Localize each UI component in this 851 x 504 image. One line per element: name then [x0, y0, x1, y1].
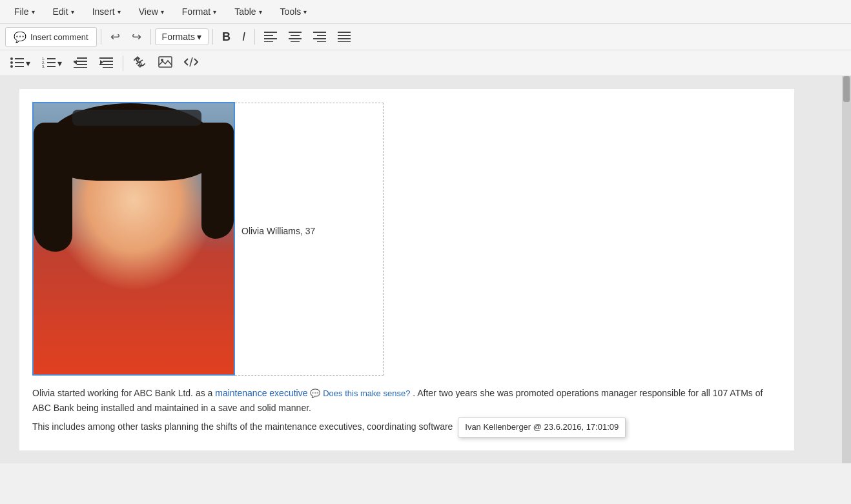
justify-button[interactable]: [333, 27, 356, 47]
svg-rect-14: [338, 38, 351, 39]
redo-button[interactable]: ↪: [127, 26, 147, 47]
svg-rect-0: [264, 32, 277, 33]
svg-rect-30: [77, 64, 87, 65]
unordered-list-button[interactable]: ▾: [5, 53, 36, 73]
align-left-button[interactable]: [259, 27, 282, 47]
svg-rect-1: [264, 35, 273, 36]
paragraph-2: This includes among other tasks planning…: [32, 418, 781, 438]
svg-rect-35: [99, 64, 113, 65]
toolbar-row-1: 💬 Insert comment ↩ ↪ Formats ▾ B I: [0, 24, 851, 50]
menu-table[interactable]: Table ▾: [225, 3, 271, 21]
increase-indent-icon: [99, 56, 114, 70]
ordered-list-button[interactable]: 1. 2. 3. ▾: [37, 53, 67, 73]
sunglasses: [72, 110, 201, 126]
body-text-container: Olivia started working for ABC Bank Ltd.…: [32, 386, 781, 438]
scrollbar-thumb[interactable]: [843, 76, 850, 102]
svg-rect-4: [289, 32, 302, 33]
menu-insert[interactable]: Insert ▾: [83, 3, 130, 21]
increase-indent-button[interactable]: [94, 53, 119, 73]
svg-rect-39: [159, 57, 172, 67]
svg-rect-31: [74, 67, 87, 68]
formats-arrow-icon: ▾: [197, 32, 201, 42]
svg-rect-25: [47, 62, 56, 63]
hair-side-left: [34, 123, 72, 252]
menu-file[interactable]: File ▾: [5, 3, 44, 21]
svg-rect-5: [291, 35, 300, 36]
menu-tools[interactable]: Tools ▾: [271, 3, 316, 21]
justify-icon: [338, 30, 351, 44]
comment-icon: 💬: [14, 31, 26, 43]
svg-rect-15: [338, 41, 351, 42]
decrease-indent-button[interactable]: [68, 53, 93, 73]
ordered-list-icon: 1. 2. 3.: [42, 56, 56, 70]
svg-rect-12: [338, 32, 351, 33]
redo-icon: ↪: [132, 30, 141, 44]
image-icon: [158, 56, 172, 70]
svg-rect-33: [99, 57, 113, 59]
svg-rect-27: [47, 66, 56, 67]
view-arrow: ▾: [161, 8, 164, 15]
align-right-button[interactable]: [308, 27, 331, 47]
text-cell[interactable]: Olivia Williams, 37: [234, 103, 383, 375]
insert-comment-button[interactable]: 💬 Insert comment: [5, 27, 97, 47]
table-arrow: ▾: [259, 8, 262, 15]
menu-view[interactable]: View ▾: [130, 3, 173, 21]
content-area: Olivia Williams, 37 Olivia started worki…: [0, 76, 851, 463]
paragraph-1: Olivia started working for ABC Bank Ltd.…: [32, 386, 781, 415]
svg-rect-11: [317, 41, 326, 42]
maintenance-link[interactable]: maintenance executive: [215, 388, 307, 398]
svg-rect-28: [77, 57, 87, 59]
svg-rect-3: [264, 41, 273, 42]
svg-rect-19: [15, 62, 24, 63]
align-left-icon: [264, 30, 277, 44]
svg-rect-8: [313, 32, 326, 33]
formats-dropdown[interactable]: Formats ▾: [155, 28, 209, 45]
separator-4: [254, 29, 255, 45]
bold-button[interactable]: B: [217, 27, 236, 47]
menu-bar: File ▾ Edit ▾ Insert ▾ View ▾ Format ▾ T…: [0, 0, 851, 24]
svg-rect-6: [289, 38, 302, 39]
separator-5: [123, 55, 123, 71]
hair-side-right: [201, 123, 234, 239]
code-button[interactable]: [179, 53, 203, 73]
svg-line-41: [190, 57, 192, 66]
tools-arrow: ▾: [303, 8, 307, 15]
svg-text:3.: 3.: [42, 65, 45, 68]
toolbar-row-2: ▾ 1. 2. 3. ▾: [0, 50, 851, 76]
ordered-list-arrow: ▾: [57, 58, 62, 68]
align-center-button[interactable]: [283, 27, 307, 47]
unordered-list-arrow: ▾: [26, 58, 30, 68]
content-table: Olivia Williams, 37: [32, 102, 384, 376]
scrollbar[interactable]: [842, 76, 851, 463]
comment-text-inline: Does this make sense?: [323, 388, 410, 398]
separator-2: [150, 29, 151, 45]
image-button[interactable]: [153, 53, 178, 73]
edit-arrow: ▾: [71, 8, 74, 15]
svg-rect-21: [15, 66, 24, 67]
undo-icon: ↩: [110, 30, 120, 44]
menu-edit[interactable]: Edit ▾: [44, 3, 83, 21]
svg-rect-36: [103, 67, 113, 68]
file-arrow: ▾: [32, 8, 35, 15]
decrease-indent-icon: [74, 56, 88, 70]
svg-rect-23: [47, 58, 56, 59]
code-icon: [184, 56, 198, 70]
menu-format[interactable]: Format ▾: [173, 3, 225, 21]
link-button[interactable]: [127, 53, 152, 73]
svg-rect-34: [103, 61, 113, 62]
align-right-icon: [313, 30, 326, 44]
svg-rect-7: [291, 41, 300, 42]
italic-icon: I: [242, 30, 245, 44]
svg-rect-13: [338, 35, 351, 36]
align-center-icon: [289, 30, 302, 44]
svg-rect-17: [15, 58, 24, 59]
person-image: [34, 103, 234, 374]
undo-button[interactable]: ↩: [105, 26, 125, 47]
document-area[interactable]: Olivia Williams, 37 Olivia started worki…: [19, 89, 794, 450]
image-cell: [33, 103, 234, 375]
link-icon: [132, 56, 147, 70]
italic-button[interactable]: I: [237, 27, 251, 47]
separator-3: [212, 29, 213, 45]
svg-rect-2: [264, 38, 277, 39]
bold-icon: B: [222, 30, 231, 44]
